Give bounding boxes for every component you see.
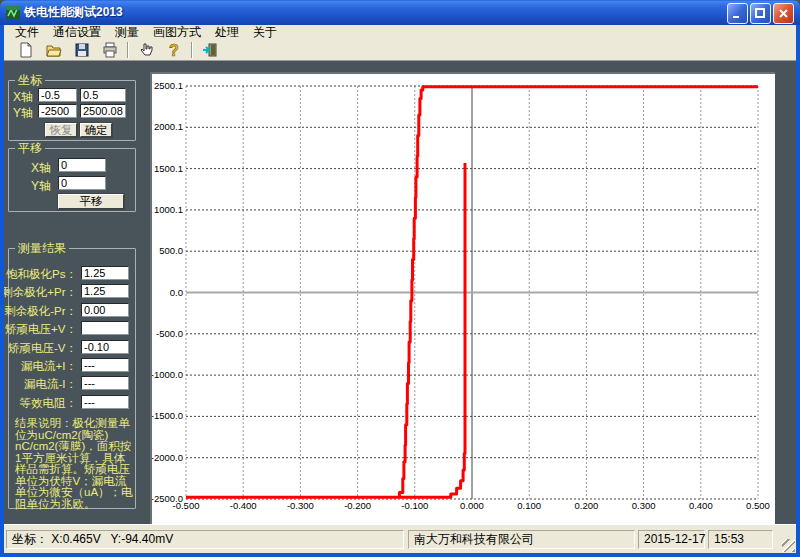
hand-icon[interactable] [132, 41, 160, 60]
svg-text:?: ? [169, 42, 179, 58]
svg-text:500.0: 500.0 [159, 245, 183, 256]
menu-plot-mode[interactable]: 画图方式 [146, 25, 208, 40]
result-label: 矫顽电压-V： [8, 341, 77, 356]
y-axis-label: Y轴 [13, 105, 33, 122]
svg-text:-0.400: -0.400 [230, 500, 257, 511]
toolbar: ? [4, 40, 796, 61]
svg-text:-500.0: -500.0 [156, 328, 183, 339]
menu-process[interactable]: 处理 [208, 25, 246, 40]
result-value[interactable] [81, 358, 129, 372]
group-title: 平移 [15, 141, 45, 155]
toolbar-separator [127, 42, 129, 58]
pan-group: 平移 X轴 Y轴 平移 [8, 148, 136, 212]
menu-about[interactable]: 关于 [246, 25, 284, 40]
maximize-button[interactable] [750, 3, 771, 24]
client-area: 坐标 X轴 Y轴 恢复 确定 平移 X轴 Y轴 平移 测量结果 饱和极化Ps： … [4, 61, 796, 524]
svg-text:0.000: 0.000 [460, 500, 484, 511]
window-border-bottom [0, 553, 800, 557]
pan-button[interactable]: 平移 [58, 194, 124, 209]
svg-text:0.0: 0.0 [170, 287, 183, 298]
svg-text:1000.1: 1000.1 [154, 204, 183, 215]
result-label: 漏电流-I： [24, 377, 77, 392]
status-date: 2015-12-17 [638, 530, 705, 549]
y-min-input[interactable] [38, 104, 77, 118]
svg-text:1500.1: 1500.1 [154, 163, 183, 174]
svg-text:-1000.0: -1000.0 [152, 369, 183, 380]
print-icon[interactable] [96, 41, 124, 60]
svg-text:-1500.0: -1500.0 [152, 410, 183, 421]
svg-text:0.300: 0.300 [632, 500, 656, 511]
result-value[interactable] [81, 321, 129, 335]
svg-text:2000.1: 2000.1 [154, 121, 183, 132]
menu-bar: 文件 通信设置 测量 画图方式 处理 关于 [4, 25, 796, 40]
status-bar: 坐标： X:0.465V Y:-94.40mV 南大万和科技有限公司 2015-… [4, 524, 796, 553]
menu-file[interactable]: 文件 [8, 25, 46, 40]
exit-icon[interactable] [196, 41, 224, 60]
app-window: 铁电性能测试2013 文件 通信设置 测量 画图方式 处理 关于 [0, 0, 800, 557]
coordinates-group: 坐标 X轴 Y轴 恢复 确定 [8, 80, 136, 141]
open-file-icon[interactable] [40, 41, 68, 60]
result-note: 结果说明：极化测量单位为uC/cm2(陶瓷) nC/cm2(薄膜)，面积按1平方… [15, 418, 134, 510]
hysteresis-chart: -0.500-0.400-0.300-0.200-0.1000.0000.100… [152, 74, 773, 524]
result-label: 剩余极化-Pr： [4, 304, 77, 319]
svg-text:-0.100: -0.100 [401, 500, 428, 511]
x-max-input[interactable] [80, 88, 126, 102]
result-label: 等效电阻： [20, 396, 78, 411]
result-value[interactable] [81, 284, 129, 298]
save-icon[interactable] [68, 41, 96, 60]
x-axis-label: X轴 [13, 89, 33, 106]
status-company: 南大万和科技有限公司 [408, 530, 635, 549]
result-label: 饱和极化Ps： [6, 267, 77, 282]
title-bar: 铁电性能测试2013 [0, 0, 800, 25]
y-axis-label: Y轴 [31, 178, 51, 195]
svg-text:0.500: 0.500 [746, 500, 770, 511]
svg-text:0.200: 0.200 [575, 500, 599, 511]
pan-y-input[interactable] [58, 176, 106, 190]
toolbar-separator [191, 42, 193, 58]
minimize-button[interactable] [727, 3, 748, 24]
restore-button[interactable]: 恢复 [45, 123, 77, 137]
window-border-left [0, 25, 4, 557]
result-value[interactable] [81, 303, 129, 317]
group-title: 坐标 [15, 73, 45, 87]
y-max-input[interactable] [80, 104, 126, 118]
svg-text:0.100: 0.100 [517, 500, 541, 511]
svg-text:-2000.0: -2000.0 [152, 452, 183, 463]
status-time: 15:53 [708, 530, 773, 549]
x-axis-label: X轴 [31, 160, 51, 177]
svg-text:-0.300: -0.300 [287, 500, 314, 511]
svg-text:-2500.0: -2500.0 [152, 493, 183, 504]
resize-grip[interactable] [782, 539, 795, 552]
help-icon[interactable]: ? [160, 41, 188, 60]
x-min-input[interactable] [38, 88, 77, 102]
result-label: 剩余极化+Pr： [1, 285, 77, 300]
chart-panel[interactable]: -0.500-0.400-0.300-0.200-0.1000.0000.100… [150, 72, 775, 524]
group-title: 测量结果 [15, 241, 69, 255]
result-value[interactable] [81, 340, 129, 354]
close-button[interactable] [773, 3, 794, 24]
result-label: 漏电流+I： [21, 359, 77, 374]
app-icon [5, 5, 21, 21]
result-value[interactable] [81, 376, 129, 390]
menu-measure[interactable]: 测量 [108, 25, 146, 40]
menu-comm-settings[interactable]: 通信设置 [46, 25, 108, 40]
window-title: 铁电性能测试2013 [24, 4, 123, 21]
result-value[interactable] [81, 266, 129, 280]
new-file-icon[interactable] [12, 41, 40, 60]
svg-text:-0.200: -0.200 [344, 500, 371, 511]
status-coordinates: 坐标： X:0.465V Y:-94.40mV [6, 530, 404, 549]
window-border-right [796, 25, 800, 557]
confirm-button[interactable]: 确定 [80, 123, 112, 137]
svg-text:2500.1: 2500.1 [154, 80, 183, 91]
svg-text:0.400: 0.400 [689, 500, 713, 511]
result-label: 矫顽电压+V： [5, 322, 77, 337]
result-value[interactable] [81, 395, 129, 409]
pan-x-input[interactable] [58, 158, 106, 172]
measurement-results-group: 测量结果 饱和极化Ps： 剩余极化+Pr： 剩余极化-Pr： 矫顽电压+V： 矫… [8, 248, 136, 509]
